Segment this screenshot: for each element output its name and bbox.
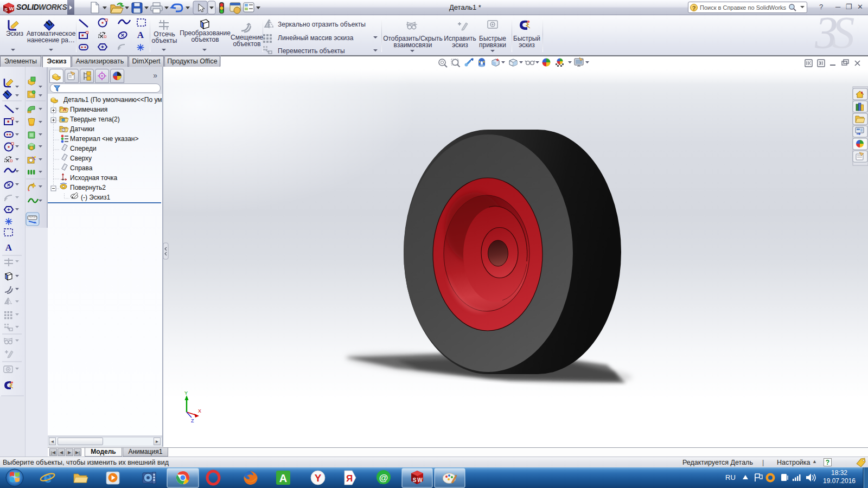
svg-text:Z: Z	[191, 418, 194, 423]
svg-text:Я: Я	[346, 473, 353, 484]
svg-text:S: S	[4, 7, 8, 12]
svg-text:A: A	[5, 242, 12, 253]
svg-text:X: X	[198, 408, 201, 414]
svg-text:W: W	[9, 6, 14, 11]
svg-text:e: e	[43, 470, 52, 486]
svg-text:A: A	[63, 107, 67, 112]
svg-text:19.07.2016: 19.07.2016	[823, 477, 856, 485]
svg-text:S: S	[413, 477, 417, 483]
svg-text:Y: Y	[315, 472, 322, 484]
svg-text:W: W	[417, 477, 423, 483]
svg-text:18:32: 18:32	[831, 469, 847, 477]
svg-text:A: A	[137, 30, 144, 40]
svg-text:RU: RU	[725, 473, 736, 481]
svg-text:A: A	[279, 472, 287, 484]
svg-text:@: @	[379, 473, 388, 483]
svg-text:Y: Y	[184, 390, 188, 396]
